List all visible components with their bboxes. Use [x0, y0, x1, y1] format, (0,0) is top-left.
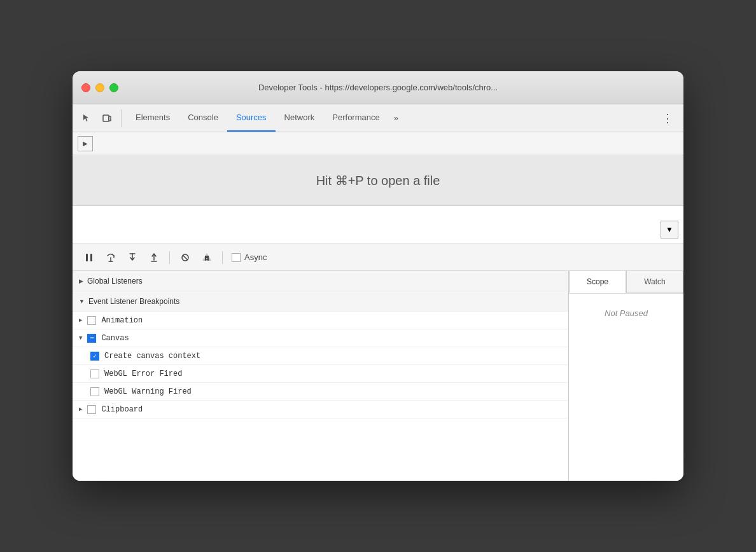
clipboard-label: Clipboard	[101, 405, 143, 414]
tab-scope[interactable]: Scope	[569, 271, 626, 293]
devtools-toolbar: Elements Console Sources Network Perform…	[73, 104, 683, 132]
not-paused-text: Not Paused	[605, 308, 648, 318]
file-shortcut-text: Hit ⌘+P to open a file	[316, 173, 440, 188]
svg-rect-2	[86, 254, 88, 261]
devtools-window: Developer Tools - https://developers.goo…	[73, 71, 683, 481]
async-checkbox[interactable]	[232, 253, 241, 262]
deactivate-breakpoints-button[interactable]	[176, 249, 194, 266]
global-listeners-triangle: ▶	[79, 278, 83, 284]
bottom-panel: Async ▶ Global Listeners ▼ Event Listene…	[73, 244, 683, 481]
tab-overflow[interactable]: »	[389, 113, 403, 123]
tab-sources[interactable]: Sources	[227, 104, 276, 132]
clipboard-item[interactable]: ▶ Clipboard	[73, 401, 568, 418]
devtools-tabs: Elements Console Sources Network Perform…	[127, 104, 657, 132]
window-title: Developer Tools - https://developers.goo…	[258, 83, 498, 92]
event-listener-triangle: ▼	[79, 298, 85, 305]
webgl-error-label: WebGL Error Fired	[104, 369, 182, 378]
step-over-button[interactable]	[102, 249, 120, 266]
svg-rect-1	[109, 116, 111, 121]
create-canvas-context-label: Create canvas context	[104, 352, 200, 361]
canvas-triangle: ▼	[79, 335, 82, 342]
editor-area: ▼	[73, 206, 683, 244]
main-split: ▶ Global Listeners ▼ Event Listener Brea…	[73, 271, 683, 481]
global-listeners-label: Global Listeners	[87, 277, 143, 286]
step-out-button[interactable]	[145, 249, 163, 266]
close-button[interactable]	[81, 83, 90, 92]
svg-line-5	[183, 255, 188, 260]
separator-1	[169, 251, 170, 264]
canvas-label: Canvas	[101, 334, 129, 343]
canvas-item[interactable]: ▼ Canvas	[73, 329, 568, 347]
inspect-icon[interactable]	[78, 109, 95, 127]
sources-top-bar: ▶	[73, 132, 683, 155]
async-checkbox-area: Async	[232, 252, 267, 262]
title-bar: Developer Tools - https://developers.goo…	[73, 71, 683, 104]
panel-toggle-icon: ▶	[83, 140, 88, 147]
animation-triangle: ▶	[79, 317, 82, 324]
canvas-checkbox[interactable]	[87, 334, 96, 343]
editor-dropdown-button[interactable]: ▼	[661, 221, 678, 238]
pause-resume-button[interactable]	[80, 249, 98, 266]
not-paused-message: Not Paused	[569, 294, 683, 332]
tab-elements[interactable]: Elements	[127, 104, 179, 132]
webgl-warning-checkbox[interactable]	[90, 387, 99, 396]
device-toggle-icon[interactable]	[98, 109, 116, 127]
webgl-error-checkbox[interactable]	[90, 369, 99, 378]
separator-2	[222, 251, 223, 264]
global-listeners-header[interactable]: ▶ Global Listeners	[73, 271, 568, 291]
left-panel: ▶ Global Listeners ▼ Event Listener Brea…	[73, 271, 569, 481]
maximize-button[interactable]	[109, 83, 118, 92]
animation-item[interactable]: ▶ Animation	[73, 312, 568, 329]
animation-checkbox[interactable]	[87, 316, 96, 325]
more-options-icon[interactable]: ⋮	[657, 111, 678, 125]
right-panel: Scope Watch Not Paused	[569, 271, 683, 481]
animation-label: Animation	[101, 316, 143, 325]
file-shortcut-area: Hit ⌘+P to open a file	[73, 155, 683, 206]
create-canvas-context-item[interactable]: Create canvas context	[73, 347, 568, 365]
debugger-toolbar: Async	[73, 244, 683, 271]
webgl-error-item[interactable]: WebGL Error Fired	[73, 365, 568, 383]
svg-point-7	[206, 259, 207, 260]
scope-watch-tabs: Scope Watch	[569, 271, 683, 294]
create-canvas-context-checkbox[interactable]	[90, 352, 99, 361]
tab-network[interactable]: Network	[276, 104, 324, 132]
step-into-button[interactable]	[123, 249, 141, 266]
minimize-button[interactable]	[95, 83, 104, 92]
tab-performance[interactable]: Performance	[323, 104, 388, 132]
svg-rect-0	[103, 115, 109, 121]
tab-console[interactable]: Console	[179, 104, 227, 132]
panel-toggle-button[interactable]: ▶	[78, 136, 93, 151]
tab-watch[interactable]: Watch	[626, 271, 683, 293]
clipboard-checkbox[interactable]	[87, 405, 96, 414]
event-listener-breakpoints-header[interactable]: ▼ Event Listener Breakpoints	[73, 291, 568, 312]
svg-rect-8	[205, 256, 206, 261]
clipboard-triangle: ▶	[79, 406, 82, 413]
svg-rect-3	[90, 254, 92, 261]
traffic-lights	[81, 83, 118, 92]
event-listener-label: Event Listener Breakpoints	[88, 297, 179, 306]
webgl-warning-item[interactable]: WebGL Warning Fired	[73, 383, 568, 401]
svg-rect-9	[207, 256, 209, 261]
async-label: Async	[244, 252, 267, 262]
svg-rect-6	[206, 256, 207, 258]
pause-on-exceptions-button[interactable]	[198, 249, 216, 266]
toolbar-icons	[78, 109, 122, 127]
webgl-warning-label: WebGL Warning Fired	[104, 387, 192, 396]
